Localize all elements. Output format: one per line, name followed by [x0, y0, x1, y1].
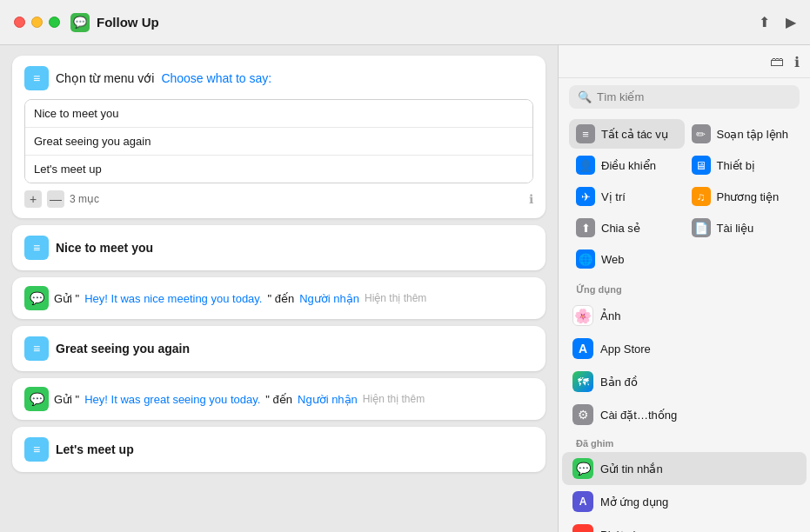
send-message: Hey! It was great seeing you today. [84, 393, 260, 406]
menu-select-header: ≡ Chọn từ menu với Choose what to say: [24, 66, 533, 90]
action-share[interactable]: ⬆ Chia sẻ [569, 213, 685, 243]
apps-section-label: Ứng dụng [559, 277, 810, 299]
window-title: Follow Up [97, 15, 759, 30]
search-icon: 🔍 [578, 90, 592, 103]
action-label: Thiết bị [717, 159, 756, 172]
send-block-1: 💬 Gửi " Hey! It was nice meeting you tod… [12, 277, 546, 319]
right-header: 🗃 ℹ [559, 45, 810, 78]
pinned-messages[interactable]: 💬 Gửi tin nhắn [562, 452, 807, 485]
section-icon: ≡ [24, 437, 49, 462]
send-suffix: " đến [265, 393, 292, 406]
section-title: Nice to meet you [56, 241, 153, 255]
action-grid: ≡ Tất cả tác vụ ✏ Soạn tập lệnh 👤 Điều k… [559, 116, 810, 277]
open-app-icon: A [572, 491, 593, 512]
menu-select-icon: ≡ [24, 66, 49, 90]
send-suffix: " đến [267, 292, 294, 305]
pinned-open-app[interactable]: A Mở ứng dụng [562, 485, 807, 518]
menu-list: Nice to meet you Great seeing you again … [24, 99, 533, 183]
location-icon: ✈ [576, 187, 595, 206]
add-action-button[interactable]: 🗃 [770, 54, 784, 70]
compose-icon: ✏ [692, 124, 711, 143]
menu-select-label-blue: Choose what to say: [161, 71, 271, 85]
send-message: Hey! It was nice meeting you today. [84, 292, 262, 305]
action-location[interactable]: ✈ Vị trí [569, 182, 685, 211]
web-icon: 🌐 [576, 249, 595, 269]
titlebar: 💬 Follow Up ⬆ ▶ [0, 0, 810, 45]
app-photos[interactable]: 🌸 Ảnh [562, 299, 807, 332]
info-button[interactable]: ℹ [794, 54, 800, 70]
send-block-2: 💬 Gửi " Hey! It was great seeing you tod… [12, 378, 546, 420]
share-button[interactable]: ⬆ [759, 14, 770, 30]
main-layout: ≡ Chọn từ menu với Choose what to say: N… [0, 45, 810, 532]
list-item: Let's meet up [25, 156, 532, 183]
menu-select-block: ≡ Chọn từ menu với Choose what to say: N… [12, 56, 546, 218]
pinned-play-music[interactable]: ♪ Phát nhạc [562, 518, 807, 532]
search-input[interactable] [597, 90, 791, 103]
action-label: Soạn tập lệnh [717, 128, 789, 141]
action-media[interactable]: ♫ Phương tiện [685, 182, 800, 211]
send-recipient[interactable]: Người nhận [298, 393, 358, 406]
action-label: Điều khiển [601, 159, 656, 172]
send-icon: 💬 [24, 286, 49, 310]
pinned-section-label: Đã ghim [559, 431, 810, 452]
titlebar-actions: ⬆ ▶ [759, 14, 796, 30]
action-web[interactable]: 🌐 Web [569, 244, 685, 274]
play-button[interactable]: ▶ [786, 14, 796, 30]
add-item-button[interactable]: + [24, 190, 42, 208]
section-icon: ≡ [24, 336, 49, 361]
list-item: Great seeing you again [25, 128, 532, 156]
section-title: Great seeing you again [56, 342, 190, 356]
action-docs[interactable]: 📄 Tài liệu [685, 213, 800, 243]
traffic-lights [14, 17, 60, 28]
action-label: Phương tiện [717, 190, 780, 203]
pinned-label: Gửi tin nhắn [600, 462, 663, 475]
action-label: Tài liệu [717, 222, 754, 235]
menu-select-label: Chọn từ menu với [56, 71, 154, 85]
section-nice-to-meet: ≡ Nice to meet you [12, 225, 546, 270]
search-bar: 🔍 [569, 85, 800, 109]
send-recipient[interactable]: Người nhận [299, 292, 359, 305]
send-icon: 💬 [24, 387, 49, 411]
docs-icon: 📄 [692, 218, 711, 237]
media-icon: ♫ [692, 187, 711, 206]
list-item: Nice to meet you [25, 100, 532, 128]
left-panel: ≡ Chọn từ menu với Choose what to say: N… [0, 45, 558, 532]
info-icon[interactable]: ℹ [529, 192, 533, 206]
pinned-label: Mở ứng dụng [600, 495, 668, 509]
send-prefix: Gửi " [54, 393, 79, 406]
show-more[interactable]: Hiện thị thêm [363, 393, 425, 405]
right-panel: 🗃 ℹ 🔍 ≡ Tất cả tác vụ ✏ Soạn tập lệnh 👤 [558, 45, 810, 532]
section-great-seeing: ≡ Great seeing you again [12, 326, 546, 371]
appstore-icon: A [572, 338, 593, 359]
settings-icon: ⚙ [572, 404, 593, 425]
minimize-button[interactable] [31, 17, 43, 28]
pinned-label: Phát nhạc [600, 529, 652, 533]
remove-item-button[interactable]: — [47, 190, 64, 208]
close-button[interactable] [14, 17, 25, 28]
action-control[interactable]: 👤 Điều khiển [569, 150, 685, 180]
show-more[interactable]: Hiện thị thêm [365, 292, 426, 304]
app-appstore[interactable]: A App Store [562, 332, 807, 365]
menu-footer: + — 3 mục ℹ [24, 190, 533, 208]
action-device[interactable]: 🖥 Thiết bị [685, 150, 800, 180]
item-count: 3 mục [70, 193, 524, 205]
photos-icon: 🌸 [572, 305, 593, 326]
app-settings[interactable]: ⚙ Cài đặt…thống [562, 398, 807, 431]
section-title: Let's meet up [56, 442, 134, 456]
control-icon: 👤 [576, 156, 595, 175]
app-label: Bản đồ [600, 376, 638, 389]
share-icon: ⬆ [576, 218, 595, 237]
all-tasks-icon: ≡ [576, 124, 595, 143]
action-all-tasks[interactable]: ≡ Tất cả tác vụ [569, 119, 685, 149]
section-icon: ≡ [24, 236, 49, 260]
messages-icon: 💬 [572, 458, 593, 479]
app-label: Ảnh [600, 309, 620, 323]
section-lets-meet: ≡ Let's meet up [12, 427, 546, 472]
right-content: ≡ Tất cả tác vụ ✏ Soạn tập lệnh 👤 Điều k… [559, 116, 810, 532]
action-compose[interactable]: ✏ Soạn tập lệnh [685, 119, 800, 149]
maximize-button[interactable] [49, 17, 60, 28]
app-label: App Store [600, 342, 651, 356]
maps-icon: 🗺 [572, 371, 593, 392]
action-label: Chia sẻ [601, 222, 640, 235]
app-maps[interactable]: 🗺 Bản đồ [562, 365, 807, 398]
